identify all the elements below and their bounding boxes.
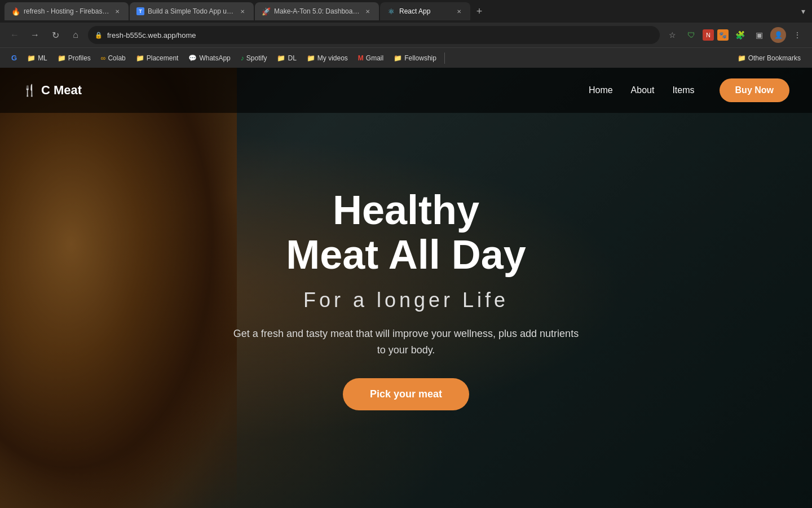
profiles-folder-icon: 📁: [58, 54, 66, 62]
hero-title-line2: Meat All Day: [286, 232, 526, 277]
bookmark-whatsapp-label: WhatsApp: [199, 54, 230, 62]
tab-bar: 🔥 refresh - Hosting - Firebase co ✕ T Bu…: [0, 0, 812, 23]
bookmark-whatsapp[interactable]: 💬 WhatsApp: [184, 52, 235, 64]
tab-favicon-react: ⚛: [387, 7, 396, 16]
extension-icon-1[interactable]: N: [703, 29, 714, 41]
nav-home-link[interactable]: Home: [589, 85, 613, 95]
new-tab-button[interactable]: +: [471, 3, 487, 19]
bookmark-spotify-label: Spotify: [246, 54, 267, 62]
tab-favicon-makeaton: 🚀: [262, 7, 271, 16]
other-bookmarks-folder-icon: 📁: [738, 54, 746, 62]
tab-firebase[interactable]: 🔥 refresh - Hosting - Firebase co ✕: [5, 2, 129, 20]
puzzle-icon[interactable]: 🧩: [732, 27, 748, 43]
fellowship-folder-icon: 📁: [394, 54, 402, 62]
bookmark-colab[interactable]: ∞ Colab: [96, 52, 130, 64]
hero-subtitle: For a longer Life: [231, 288, 581, 312]
tab-title-firebase: refresh - Hosting - Firebase co: [24, 7, 109, 15]
bookmark-placement-label: Placement: [147, 54, 179, 62]
toolbar-icons: ☆ 🛡 N 🐾 🧩 ▣ 👤 ⋮: [664, 27, 805, 43]
bookmarks-bar: G 📁 ML 📁 Profiles ∞ Colab 📁 Placement 💬 …: [0, 47, 812, 68]
extension-icon-2[interactable]: 🐾: [717, 29, 729, 41]
nav-links: Home About Items Buy Now: [589, 78, 789, 102]
bookmark-profiles[interactable]: 📁 Profiles: [53, 52, 95, 64]
google-favicon: G: [11, 54, 17, 62]
bookmark-ml[interactable]: 📁 ML: [23, 52, 52, 64]
shield-icon[interactable]: 🛡: [683, 27, 699, 43]
tab-close-react[interactable]: ✕: [454, 7, 464, 16]
tab-close-firebase[interactable]: ✕: [113, 7, 122, 16]
myvideos-folder-icon: 📁: [307, 54, 315, 62]
profile-avatar[interactable]: 👤: [770, 27, 786, 43]
site-logo[interactable]: 🍴 C Meat: [23, 83, 82, 98]
hero-section: 🍴 C Meat Home About Items Buy Now Health…: [0, 68, 812, 508]
forward-button[interactable]: →: [27, 27, 43, 43]
tab-favicon-firebase: 🔥: [11, 7, 20, 16]
tab-title-react: React App: [399, 7, 451, 15]
hero-title-line1: Healthy: [333, 187, 479, 233]
bookmark-ml-label: ML: [38, 54, 47, 62]
tab-react[interactable]: ⚛ React App ✕: [380, 2, 470, 20]
ml-folder-icon: 📁: [27, 54, 36, 62]
bookmark-fellowship-label: Fellowship: [404, 54, 436, 62]
nav-about-link[interactable]: About: [631, 85, 655, 95]
bookmark-myvideos-label: My videos: [317, 54, 348, 62]
tab-todo[interactable]: T Build a Simple Todo App using ✕: [130, 2, 254, 20]
profile-switcher-icon[interactable]: ▣: [751, 27, 767, 43]
tab-title-todo: Build a Simple Todo App using: [148, 7, 235, 15]
bookmark-dl[interactable]: 📁 DL: [272, 52, 301, 64]
placement-folder-icon: 📁: [136, 54, 144, 62]
nav-items-link[interactable]: Items: [672, 85, 694, 95]
bookmark-google[interactable]: G: [7, 51, 21, 64]
bookmark-placement[interactable]: 📁 Placement: [131, 52, 183, 64]
tab-favicon-todo: T: [136, 7, 144, 15]
bookmark-dl-label: DL: [288, 54, 296, 62]
reload-button[interactable]: ↻: [47, 27, 63, 43]
bookmark-gmail-label: Gmail: [366, 54, 383, 62]
gmail-icon: M: [358, 54, 364, 62]
logo-text: C Meat: [41, 83, 82, 98]
tab-title-makeaton: Make-A-Ton 5.0: Dashboard |: [274, 7, 360, 15]
buy-now-button[interactable]: Buy Now: [720, 78, 789, 102]
lock-icon: 🔒: [95, 32, 103, 39]
tab-dropdown-button[interactable]: ▾: [799, 5, 807, 18]
address-text: fresh-b555c.web.app/home: [107, 31, 653, 40]
website-content: 🍴 C Meat Home About Items Buy Now Health…: [0, 68, 812, 508]
hero-title: Healthy Meat All Day: [231, 188, 581, 277]
hero-description: Get a fresh and tasty meat that will imp…: [231, 326, 581, 358]
spotify-icon: ♪: [241, 54, 244, 62]
bookmark-fellowship[interactable]: 📁 Fellowship: [389, 52, 441, 64]
tab-close-makeaton[interactable]: ✕: [363, 7, 372, 16]
bookmark-profiles-label: Profiles: [68, 54, 91, 62]
navbar: 🍴 C Meat Home About Items Buy Now: [0, 68, 812, 113]
address-bar[interactable]: 🔒 fresh-b555c.web.app/home: [88, 26, 660, 44]
dl-folder-icon: 📁: [277, 54, 285, 62]
logo-fork-icon: 🍴: [23, 84, 37, 97]
tab-close-todo[interactable]: ✕: [238, 7, 247, 16]
other-bookmarks-label: Other Bookmarks: [748, 54, 801, 62]
back-button[interactable]: ←: [7, 27, 23, 43]
tab-makeaton[interactable]: 🚀 Make-A-Ton 5.0: Dashboard | ✕: [255, 2, 379, 20]
bookmark-spotify[interactable]: ♪ Spotify: [236, 52, 272, 64]
hero-content: Healthy Meat All Day For a longer Life G…: [220, 188, 592, 411]
pick-meat-button[interactable]: Pick your meat: [343, 378, 469, 410]
bookmark-colab-label: Colab: [108, 54, 125, 62]
bookmark-star-icon[interactable]: ☆: [664, 27, 680, 43]
colab-icon: ∞: [101, 54, 106, 62]
other-bookmarks[interactable]: 📁 Other Bookmarks: [733, 52, 805, 64]
address-bar-row: ← → ↻ ⌂ 🔒 fresh-b555c.web.app/home ☆ 🛡 N…: [0, 23, 812, 47]
home-button[interactable]: ⌂: [68, 27, 83, 43]
bookmarks-separator: [444, 52, 445, 64]
bookmark-myvideos[interactable]: 📁 My videos: [302, 52, 352, 64]
bookmark-gmail[interactable]: M Gmail: [354, 52, 388, 64]
menu-icon[interactable]: ⋮: [789, 27, 805, 43]
browser-chrome: 🔥 refresh - Hosting - Firebase co ✕ T Bu…: [0, 0, 812, 68]
whatsapp-icon: 💬: [188, 54, 197, 62]
